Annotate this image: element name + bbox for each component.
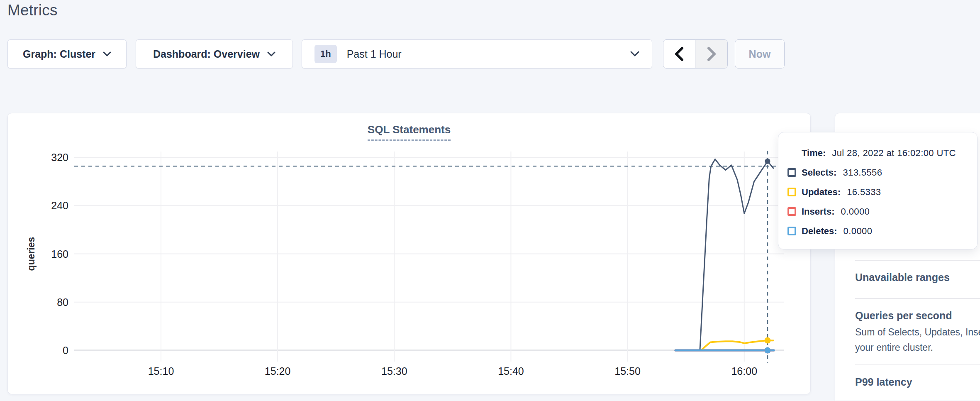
- tooltip-inserts-value: 0.0000: [841, 206, 870, 217]
- sidebar-heading-queries-per-second: Queries per second: [855, 310, 952, 322]
- dashboard-dropdown[interactable]: Dashboard: Overview: [136, 39, 293, 68]
- tooltip-inserts-label: Inserts:: [802, 206, 834, 217]
- sql-statements-chart[interactable]: 08016024032015:1015:2015:3015:4015:5016:…: [8, 113, 811, 395]
- sql-statements-card: SQL Statements 08016024032015:1015:2015:…: [7, 113, 811, 394]
- time-pager: [663, 39, 728, 68]
- tooltip-updates-value: 16.5333: [847, 187, 881, 198]
- sidebar-heading-unavailable-ranges: Unavailable ranges: [855, 271, 950, 284]
- svg-text:queries: queries: [26, 237, 37, 271]
- chevron-down-icon: [267, 51, 275, 57]
- chevron-left-icon: [673, 46, 685, 62]
- sidebar-text-line2: your entire cluster.: [855, 342, 933, 353]
- svg-text:15:30: 15:30: [381, 365, 407, 377]
- now-button[interactable]: Now: [735, 39, 785, 68]
- svg-text:160: 160: [51, 248, 68, 260]
- svg-text:15:20: 15:20: [265, 365, 291, 377]
- time-range-label: Past 1 Hour: [347, 48, 623, 60]
- svg-text:80: 80: [57, 296, 68, 308]
- tooltip-deletes-row: Deletes: 0.0000: [787, 221, 968, 241]
- tooltip-time-value: Jul 28, 2022 at 16:02:00 UTC: [832, 148, 956, 159]
- sidebar-text-line1: Sum of Selects, Updates, Inser: [855, 327, 980, 338]
- svg-text:15:40: 15:40: [498, 365, 524, 377]
- divider: [855, 298, 980, 299]
- page-title: Metrics: [7, 2, 58, 19]
- prev-time-button[interactable]: [663, 40, 695, 68]
- chevron-right-icon: [705, 46, 718, 62]
- chevron-down-icon: [630, 51, 639, 57]
- svg-text:15:50: 15:50: [614, 365, 641, 377]
- time-range-badge: 1h: [314, 45, 337, 63]
- svg-text:0: 0: [63, 345, 68, 356]
- tooltip-deletes-label: Deletes:: [802, 226, 837, 237]
- chart-tooltip: Time: Jul 28, 2022 at 16:02:00 UTC Selec…: [778, 132, 978, 249]
- tooltip-selects-value: 313.5556: [843, 167, 882, 178]
- divider: [855, 364, 980, 365]
- deletes-series-swatch: [787, 227, 796, 235]
- inserts-series-swatch: [787, 207, 796, 216]
- tooltip-time-row: Time: Jul 28, 2022 at 16:02:00 UTC: [787, 143, 968, 163]
- tooltip-inserts-row: Inserts: 0.0000: [787, 202, 968, 221]
- tooltip-updates-row: Updates: 16.5333: [787, 182, 968, 202]
- tooltip-deletes-value: 0.0000: [843, 226, 873, 237]
- selects-series-swatch: [787, 168, 796, 177]
- graph-dropdown[interactable]: Graph: Cluster: [7, 39, 127, 68]
- tooltip-selects-label: Selects:: [802, 167, 836, 178]
- sidebar-heading-p99-latency: P99 latency: [855, 376, 912, 388]
- tooltip-updates-label: Updates:: [802, 187, 841, 198]
- tooltip-time-label: Time:: [802, 148, 826, 159]
- divider: [855, 260, 980, 261]
- svg-text:15:10: 15:10: [148, 365, 174, 377]
- dashboard-dropdown-label: Dashboard: Overview: [153, 48, 260, 60]
- svg-text:16:00: 16:00: [731, 365, 757, 377]
- tooltip-selects-row: Selects: 313.5556: [787, 163, 968, 182]
- chevron-down-icon: [103, 51, 111, 57]
- updates-series-swatch: [787, 188, 796, 196]
- svg-text:320: 320: [51, 152, 68, 163]
- time-range-dropdown[interactable]: 1h Past 1 Hour: [302, 39, 652, 68]
- graph-dropdown-label: Graph: Cluster: [23, 48, 95, 60]
- metrics-page: Metrics Graph: Cluster Dashboard: Overvi…: [0, 0, 980, 401]
- svg-text:240: 240: [51, 200, 68, 211]
- next-time-button[interactable]: [695, 40, 727, 68]
